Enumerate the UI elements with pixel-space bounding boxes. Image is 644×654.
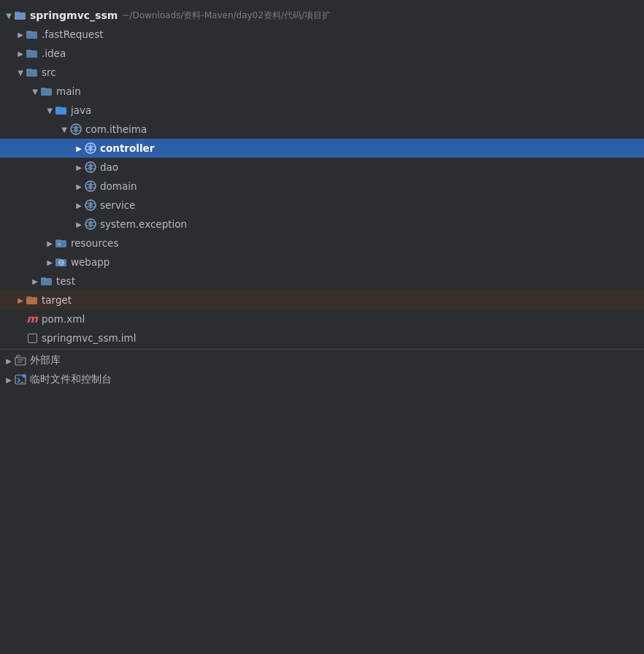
tree-item-system-exception[interactable]: system.exception [0, 215, 644, 234]
label-service: service [100, 199, 135, 211]
package-icon-service [85, 199, 96, 211]
tree-item-src[interactable]: src [0, 63, 644, 82]
tree-item-domain[interactable]: domain [0, 177, 644, 196]
chevron-domain[interactable] [73, 180, 85, 192]
package-icon-system-exception [85, 218, 96, 230]
label-target: target [42, 294, 72, 306]
root-path: ~/Downloads/资料-Maven/day02资料/代码/项目扩 [122, 9, 331, 22]
chevron-src[interactable] [15, 66, 26, 78]
label-controller: controller [100, 142, 154, 154]
tree-item-target[interactable]: target [0, 291, 644, 309]
label-com-itheima: com.itheima [85, 123, 147, 135]
label-external-libs: 外部库 [30, 354, 61, 367]
package-icon-controller [85, 142, 96, 154]
svg-text:≡: ≡ [58, 242, 61, 247]
file-tree: springmvc_ssm ~/Downloads/资料-Maven/day02… [0, 0, 644, 395]
svg-point-43 [23, 374, 26, 378]
label-main: main [56, 85, 81, 97]
label-pom: pom.xml [42, 313, 85, 325]
label-src: src [42, 66, 56, 78]
label-idea: .idea [42, 47, 66, 59]
chevron-webapp[interactable] [44, 256, 55, 268]
tree-item-test[interactable]: test [0, 272, 644, 291]
chevron-com-itheima[interactable] [58, 123, 70, 135]
chevron-service[interactable] [73, 199, 85, 211]
label-dao: dao [100, 161, 118, 173]
label-fastRequest: .fastRequest [42, 28, 103, 40]
chevron-fastRequest[interactable] [15, 28, 26, 40]
folder-icon-test [41, 275, 53, 287]
label-java: java [71, 104, 91, 116]
folder-icon-resources: ≡ [55, 237, 67, 249]
tree-item-dao[interactable]: dao [0, 158, 644, 177]
chevron-main[interactable] [29, 85, 41, 97]
chevron-target[interactable] [15, 294, 26, 306]
folder-icon-java [55, 104, 67, 116]
label-resources: resources [71, 237, 118, 249]
tree-item-java[interactable]: java [0, 101, 644, 120]
chevron-test[interactable] [29, 275, 41, 287]
tree-item-controller[interactable]: controller [0, 139, 644, 158]
chevron-console[interactable] [3, 374, 15, 385]
package-icon-domain [85, 180, 96, 192]
tree-root[interactable]: springmvc_ssm ~/Downloads/资料-Maven/day02… [0, 6, 644, 25]
chevron-external-libs[interactable] [3, 355, 15, 366]
tree-separator [0, 349, 644, 350]
tree-item-idea[interactable]: .idea [0, 44, 644, 63]
label-console: 临时文件和控制台 [30, 373, 112, 386]
tree-item-fastRequest[interactable]: .fastRequest [0, 25, 644, 44]
chevron-resources[interactable] [44, 237, 55, 249]
chevron-dao[interactable] [73, 161, 85, 173]
tree-item-console[interactable]: 临时文件和控制台 [0, 370, 644, 389]
label-test: test [56, 275, 75, 287]
console-icon [15, 374, 26, 385]
folder-icon-target [26, 294, 38, 306]
tree-item-webapp[interactable]: webapp [0, 253, 644, 272]
label-iml: springmvc_ssm.iml [42, 332, 137, 344]
package-icon-dao [85, 161, 96, 173]
package-icon-com-itheima [70, 123, 82, 135]
tree-item-pom[interactable]: m pom.xml [0, 309, 644, 328]
iml-icon [26, 332, 38, 344]
chevron-idea[interactable] [15, 47, 26, 59]
maven-icon: m [26, 313, 38, 325]
tree-item-external-libs[interactable]: 外部库 [0, 351, 644, 370]
root-label: springmvc_ssm [30, 9, 118, 21]
label-webapp: webapp [71, 256, 110, 268]
tree-item-service[interactable]: service [0, 196, 644, 215]
tree-item-iml[interactable]: springmvc_ssm.iml [0, 328, 644, 347]
folder-icon-fastRequest [26, 28, 38, 40]
label-domain: domain [100, 180, 137, 192]
label-system-exception: system.exception [100, 218, 187, 230]
folder-icon-src [26, 66, 38, 78]
tree-item-com-itheima[interactable]: com.itheima [0, 120, 644, 139]
chevron-java[interactable] [44, 104, 55, 116]
folder-icon-webapp [55, 256, 67, 268]
chevron-controller[interactable] [73, 142, 85, 154]
folder-icon-main [41, 85, 53, 97]
chevron-system-exception[interactable] [73, 218, 85, 230]
root-folder-icon [15, 9, 26, 21]
folder-icon-idea [26, 47, 38, 59]
tree-item-resources[interactable]: ≡ resources [0, 234, 644, 253]
external-lib-icon [15, 355, 26, 366]
root-chevron[interactable] [3, 9, 15, 21]
svg-rect-38 [15, 358, 26, 365]
tree-item-main[interactable]: main [0, 82, 644, 101]
